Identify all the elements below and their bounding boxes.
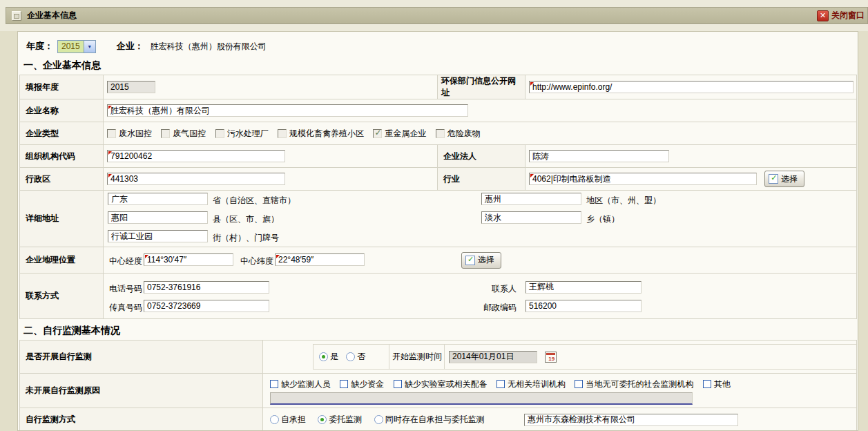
radio-option-entrust[interactable]: 委托监测 [318,414,362,424]
radio-option-no[interactable]: 否 [346,352,365,361]
address-line: 广东 省（自治区、直辖市） 惠州 地区（市、州、盟） [104,191,856,209]
checkbox-no-staff[interactable] [270,380,278,388]
select-check-icon [769,174,778,184]
address-county-suffix: 县（区、市、旗） [213,213,279,225]
address-county-field[interactable]: 惠阳 [108,211,208,224]
checkbox-sewage-plant [215,129,224,138]
conduct-monitoring-label: 是否开展自行监测 [20,341,263,374]
address-town-field[interactable]: 淡水 [481,211,581,224]
address-street-field[interactable]: 行诚工业园 [108,230,208,242]
close-window-label[interactable]: 关闭窗口 [831,10,865,21]
legal-person-field[interactable]: 陈涛 [529,150,669,162]
year-select-value[interactable]: 2015 [58,41,84,51]
checkbox-option: 污水处理厂 [215,128,269,138]
radio-option-self[interactable]: 自承担 [270,414,306,424]
select-check-icon [465,256,475,265]
table-row: 详细地址 广东 省（自治区、直辖市） 惠州 地区（市、州、盟） 惠阳 县（区、市… [20,191,857,247]
conduct-inner-table: 是 否 开始监测时间 2014年01月01日 [313,344,857,370]
address-city-suffix: 地区（市、州、盟） [586,195,661,207]
geo-label: 企业地理位置 [20,247,104,274]
checkbox-heavy-metal [373,129,382,138]
close-x-icon[interactable]: ✕ [817,10,829,21]
contact-line: 传真号码 0752-3723669 邮政编码 516200 [104,296,856,315]
radio-option-yes[interactable]: 是 [319,352,338,361]
phone-field[interactable]: 0752-3761916 [144,281,269,294]
table-row: 未开展自行监测原因 缺少监测人员 缺少资金 缺少实验室或相关配备 无相关培训机构… [20,374,857,408]
checkbox-no-training[interactable] [496,380,505,388]
contact-line: 电话号码 0752-3761916 联系人 王辉桃 [104,278,856,296]
calendar-icon[interactable] [545,352,557,363]
contact-person-label: 联系人 [492,283,517,295]
checkbox-option[interactable]: 其他 [703,379,731,389]
checkbox-no-funds[interactable] [340,380,348,388]
table-row: 行政区 441303 行业 4062|印制电路板制造 选择 [20,168,857,191]
contact-person-field[interactable]: 王辉桃 [525,281,642,294]
company-type-options: 废水国控 废气国控 污水处理厂 规模化畜禽养殖小区 重金属企业 危险废物 [104,122,857,145]
conduct-options: 是 否 [314,345,389,370]
fax-label: 传真号码 [109,302,142,314]
org-code-field[interactable]: 791200462 [107,150,285,162]
checkbox-option: 废气国控 [161,128,206,138]
radio-entrusted[interactable] [318,415,327,424]
org-code-label: 组织机构代码 [20,145,104,168]
no-monitoring-reason-label: 未开展自行监测原因 [20,374,263,408]
address-town-suffix: 乡（镇） [586,213,619,225]
address-label: 详细地址 [20,191,104,247]
radio-option-both[interactable]: 同时存在自承担与委托监测 [374,414,485,424]
longitude-field[interactable]: 114°30′47″ [144,253,233,266]
start-time-label: 开始监测时间 [389,345,445,370]
checkbox-other[interactable] [703,380,711,388]
address-city-field[interactable]: 惠州 [481,193,581,205]
geo-select-button[interactable]: 选择 [461,252,501,269]
zip-label: 邮政编码 [483,302,517,314]
checkbox-no-lab[interactable] [394,380,402,388]
report-year-label: 填报年度 [20,75,104,99]
chevron-down-icon[interactable]: ▼ [84,41,95,52]
radio-yes[interactable] [319,352,328,361]
company-name-label: 企业名称 [20,99,104,122]
checkbox-option[interactable]: 缺少实验室或相关配备 [394,379,488,389]
address-line: 惠阳 县（区、市、旗） 淡水 乡（镇） [104,209,856,228]
checkbox-livestock [278,129,287,138]
epinfo-url-label: 环保部门信息公开网址 [438,75,525,99]
latitude-field[interactable]: 22°48′59″ [275,253,365,266]
radio-both[interactable] [374,415,383,424]
checkbox-no-agency[interactable] [575,380,583,388]
checkbox-option[interactable]: 缺少资金 [340,379,384,389]
epinfo-url-field[interactable]: http://www.epinfo.org/ [529,81,853,93]
report-year-field: 2015 [107,81,155,93]
industry-field[interactable]: 4062|印制电路板制造 [529,173,757,185]
phone-label: 电话号码 [109,283,142,295]
table-row: 企业类型 废水国控 废气国控 污水处理厂 规模化畜禽养殖小区 重金属企业 危险废… [20,122,857,145]
checkbox-option[interactable]: 当地无可委托的社会监测机构 [575,379,693,389]
radio-self-undertake[interactable] [270,415,279,424]
industry-select-button[interactable]: 选择 [764,171,804,187]
latitude-label: 中心纬度 [240,256,273,267]
section1-heading: 一、企业基本信息 [23,59,858,73]
company-name-text: 胜宏科技（惠州）股份有限公司 [151,41,267,52]
reason-options: 缺少监测人员 缺少资金 缺少实验室或相关配备 无相关培训机构 当地无可委托的社会… [270,379,853,390]
radio-no[interactable] [346,352,355,361]
checkbox-option: 重金属企业 [373,128,426,138]
year-select[interactable]: 2015 ▼ [57,40,96,53]
zip-field[interactable]: 516200 [525,300,642,312]
industry-label: 行业 [438,168,525,191]
year-company-bar: 年度： 2015 ▼ 企业： 胜宏科技（惠州）股份有限公司 [18,32,858,57]
checkbox-option[interactable]: 缺少监测人员 [270,379,331,389]
admin-region-field[interactable]: 441303 [107,173,285,185]
company-name-field[interactable]: 胜宏科技（惠州）有限公司 [107,104,468,117]
monitoring-mode-label: 自行监测方式 [20,408,263,431]
checkbox-hazardous-waste [436,129,445,138]
address-province-field[interactable]: 广东 [108,193,208,205]
fax-field[interactable]: 0752-3723669 [144,300,269,312]
checkbox-option: 危险废物 [436,128,481,138]
close-window-button[interactable]: ✕ 关闭窗口 [817,10,865,21]
table-row: 填报年度 2015 环保部门信息公开网址 http://www.epinfo.o… [20,75,857,99]
section1-table: 填报年度 2015 环保部门信息公开网址 http://www.epinfo.o… [19,75,857,319]
legal-person-label: 企业法人 [438,145,525,168]
admin-region-label: 行政区 [20,168,104,191]
window-title: 企业基本信息 [27,10,77,21]
year-label: 年度： [26,40,53,52]
checkbox-option[interactable]: 无相关培训机构 [496,379,566,389]
agency-name-field[interactable]: 惠州市东森检测技术有限公司 [524,414,738,426]
